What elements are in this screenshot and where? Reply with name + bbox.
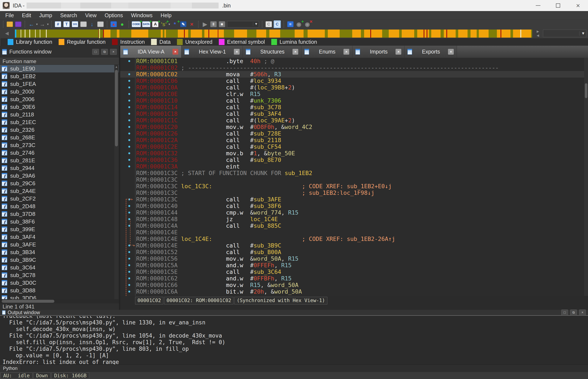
stop-process-icon[interactable]: ■ — [218, 20, 226, 28]
disasm-line[interactable]: ROM:00001C01 .byte 40h ; @ — [120, 58, 588, 64]
menu-item-view[interactable]: View — [81, 11, 101, 19]
tab-close-button[interactable]: × — [448, 49, 454, 55]
debugger-selector[interactable]: ▼ — [227, 21, 259, 27]
script-snippets-icon[interactable]: ≡ — [287, 20, 294, 28]
disasm-line[interactable]: ROM:00001C4E — [120, 229, 588, 236]
menu-item-options[interactable]: Options — [101, 11, 127, 19]
panel-restore-button[interactable]: □ — [92, 49, 99, 55]
tab-ida-view-a[interactable]: IDA View-A× — [120, 46, 181, 58]
function-list-item[interactable]: fsub_2006 — [0, 95, 119, 103]
function-list-item[interactable]: fsub_2D48 — [0, 203, 119, 210]
disasm-line[interactable]: ROM:00001C06 call #loc_3934 — [120, 78, 588, 84]
function-list-item[interactable]: fsub_2000 — [0, 88, 119, 95]
tab-enums[interactable]: Enums× — [301, 46, 352, 58]
minimize-button[interactable] — [528, 0, 548, 11]
compile-file-icon[interactable]: C — [265, 20, 272, 28]
run-analysis-icon[interactable]: ● — [119, 20, 126, 28]
function-list-item[interactable]: fsub_3AF4 — [0, 233, 119, 241]
start-process-icon[interactable]: ▶ — [201, 20, 209, 28]
disasm-line[interactable]: ROM:00001C3C loc_1C3C: ; CODE XREF: sub_… — [120, 183, 588, 190]
disasm-line[interactable]: ROM:00001C66 mov.w R15, &word_50A — [120, 282, 588, 288]
make-data-icon[interactable]: DATA+ — [142, 20, 151, 28]
function-list-item[interactable]: fsub_3C78 — [0, 271, 119, 279]
disasm-line[interactable]: ROM:00001C62 and.w #0FFBFh, R15 — [120, 275, 588, 282]
cli-input[interactable] — [21, 365, 588, 372]
tab-exports[interactable]: Exports× — [404, 46, 457, 58]
tab-close-button[interactable]: × — [172, 49, 178, 55]
menu-item-help[interactable]: Help — [156, 11, 175, 19]
function-list-item[interactable]: fsub_37D8 — [0, 210, 119, 218]
disasm-line[interactable]: ROM:00001C32 mov.b #1, &byte_50E — [120, 150, 588, 157]
disasm-line[interactable]: ROM:00001C20 mov.w #0D8F0h, &word_4C2 — [120, 124, 588, 130]
panel-float-button[interactable]: ⧉ — [570, 310, 577, 316]
function-list-item[interactable]: fsub_3D88 — [0, 286, 119, 294]
make-name-icon[interactable]: A+ — [152, 20, 159, 28]
save-file-icon[interactable] — [15, 20, 22, 28]
close-button[interactable]: × — [568, 0, 588, 11]
menu-item-search[interactable]: Search — [56, 11, 81, 19]
function-list-item[interactable]: fsub_3B9C — [0, 256, 119, 264]
panel-restore-button[interactable]: □ — [561, 310, 568, 316]
disasm-line[interactable]: ROM:00001C02 mova #506h, R3 — [120, 71, 588, 78]
disasm-line[interactable]: ROM:00001C10 call #unk_7306 — [120, 97, 588, 104]
function-list-item[interactable]: fsub_2326 — [0, 126, 119, 134]
disasm-line[interactable]: ROM:00001C4E loc_1C4E: ; CODE XREF: sub_… — [120, 236, 588, 242]
function-list-item[interactable]: fsub_273C — [0, 141, 119, 149]
disasm-line[interactable]: ROM:00001C3C ; START OF FUNCTION CHUNK F… — [120, 170, 588, 176]
function-list-item[interactable]: fsub_3D0C — [0, 279, 119, 286]
jump-back-icon[interactable]: ← — [28, 20, 35, 28]
disasm-line[interactable]: ROM:00001C40 call #sub_38F6 — [120, 203, 588, 209]
disasm-line[interactable]: ROM:00001C36 call #sub_8E70 — [120, 157, 588, 163]
pause-process-icon[interactable]: ‖ — [210, 20, 217, 28]
search-sequence-icon[interactable]: 101 — [71, 20, 78, 28]
function-list-item[interactable]: fsub_2944 — [0, 164, 119, 172]
cli-language-selector[interactable]: Python — [0, 365, 21, 372]
tab-close-button[interactable]: × — [293, 49, 298, 55]
vscroll-thumb[interactable] — [585, 83, 587, 98]
output-window-body[interactable]: Traceback (most recent call last): File … — [0, 316, 588, 364]
function-list-item[interactable]: fsub_21EC — [0, 118, 119, 126]
function-list-vscrollbar[interactable]: ▲ — [114, 65, 119, 299]
hscroll-thumb[interactable] — [2, 300, 54, 303]
make-code-icon[interactable]: CODE+ — [132, 20, 141, 28]
undefine-icon[interactable]: × — [188, 20, 195, 28]
navband-combo[interactable]: ▼ — [543, 30, 586, 37]
function-list-item[interactable]: fsub_3C64 — [0, 264, 119, 271]
search-error-icon[interactable] — [97, 20, 104, 28]
function-list-item[interactable]: fsub_1FEA — [0, 80, 119, 88]
make-string-icon[interactable]: 's'+ — [160, 20, 167, 28]
disasm-line[interactable]: ROM:00001C3C — [120, 176, 588, 183]
disasm-line[interactable]: ROM:00001C0E clr.w R15 — [120, 91, 588, 97]
panel-close-button[interactable]: × — [579, 310, 586, 316]
disasm-line[interactable]: ROM:00001C18 call #sub_3AF4 — [120, 111, 588, 117]
disasm-line[interactable]: ROM:00001C5E call #sub_3C64 — [120, 268, 588, 275]
tab-hex-view-1[interactable]: Hex View-1× — [181, 46, 243, 58]
function-list-item[interactable]: fsub_2CF2 — [0, 195, 119, 203]
disasm-line[interactable]: ROM:00001C02 ; -------------------------… — [120, 64, 588, 71]
menu-item-windows[interactable]: Windows — [127, 11, 156, 19]
function-list-item[interactable]: fsub_399E — [0, 225, 119, 233]
navband-scroll-arrows[interactable]: ▶◀ — [535, 29, 541, 38]
problems-icon[interactable]: ▲ — [110, 20, 117, 28]
quick-compile-icon[interactable]: C — [274, 20, 281, 28]
function-list-item[interactable]: fsub_2746 — [0, 149, 119, 157]
disasm-line[interactable]: ROM:00001C48 jz loc_1C4E — [120, 216, 588, 222]
function-list-item[interactable]: fsub_29A6 — [0, 172, 119, 179]
disasm-line[interactable]: ROM:00001C44 cmp.w &word_774, R15 — [120, 209, 588, 216]
maximize-button[interactable] — [548, 0, 568, 11]
disasm-line[interactable]: ROM:00001C5A and.w #0FFEFh, R15 — [120, 262, 588, 268]
open-file-icon[interactable] — [6, 20, 13, 28]
tab-imports[interactable]: Imports× — [352, 46, 404, 58]
function-list-item[interactable]: fsub_2A4E — [0, 187, 119, 195]
disassembly-vscrollbar[interactable] — [584, 58, 588, 296]
function-list-item[interactable]: fsub_20E6 — [0, 103, 119, 111]
function-name-column-header[interactable]: Function name — [0, 58, 119, 65]
menu-item-edit[interactable]: Edit — [18, 11, 35, 19]
chevron-down-icon[interactable]: ▾ — [36, 22, 38, 26]
function-list-item[interactable]: fsub_268E — [0, 134, 119, 141]
function-list-hscrollbar[interactable] — [0, 299, 119, 303]
tab-close-button[interactable]: × — [396, 49, 401, 55]
search-again-icon[interactable] — [80, 20, 87, 28]
function-list-item[interactable]: fsub_3AFE — [0, 241, 119, 248]
function-list-item[interactable]: fsub_1EB2 — [0, 72, 119, 80]
